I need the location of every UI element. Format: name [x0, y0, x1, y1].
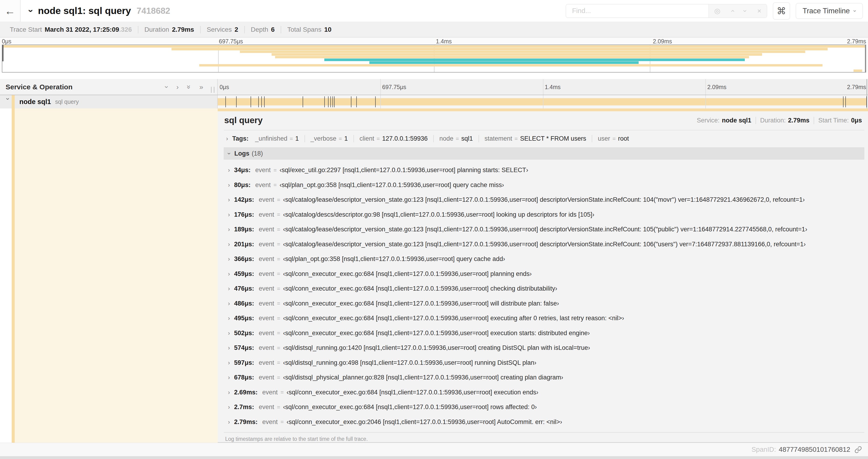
page-bottom-strip — [0, 456, 868, 459]
minimap-span-row — [2, 64, 866, 67]
view-selector-button[interactable]: Trace Timeline › — [796, 3, 863, 19]
summary-label: Total Spans — [287, 26, 321, 33]
tags-label: Tags: — [232, 135, 248, 142]
trace-summary-item: Depth 6 — [244, 26, 281, 33]
log-timestamp: 2.79ms: — [234, 418, 257, 426]
logs-footnote: Log timestamps are relative to the start… — [224, 432, 864, 442]
column-resizer-grip[interactable] — [211, 87, 214, 93]
find-input[interactable] — [566, 4, 708, 18]
span-tag[interactable]: user = root — [592, 135, 634, 142]
trace-id: 7418682 — [136, 6, 170, 16]
span-meta-item: Duration: 2.79ms — [755, 117, 814, 124]
span-name-cell[interactable]: › node sql1 sql query — [0, 95, 218, 108]
clear-search-icon[interactable]: × — [757, 7, 762, 15]
minimap-canvas[interactable] — [2, 44, 866, 72]
locate-icon[interactable]: ◎ — [714, 7, 720, 15]
expand-level-icon[interactable]: › — [177, 83, 179, 91]
tag-value: sql1 — [461, 135, 473, 142]
summary-label: Duration — [145, 26, 169, 33]
log-field-key: event — [259, 270, 274, 277]
tag-value: root — [618, 135, 629, 142]
span-detail-row: sql query Service: node sql1 Duration: 2… — [0, 108, 868, 443]
log-field-key: event — [259, 255, 274, 263]
chevron-right-icon: › — [228, 330, 230, 336]
summary-label: Depth — [251, 26, 268, 33]
minimap-span-row — [2, 59, 866, 61]
log-entry[interactable]: › 2.69ms: event = ‹sql/conn_executor_exe… — [224, 385, 864, 400]
log-tick-mark — [375, 96, 376, 107]
header-toolbar: ◎ › › × ⌘ Trace Timeline › — [566, 2, 863, 20]
chevron-down-icon[interactable]: › — [26, 9, 36, 12]
logs-accordion-header[interactable]: › Logs (18) — [224, 147, 864, 160]
log-field-key: event — [259, 374, 274, 381]
summary-label: Services — [207, 26, 232, 33]
expand-all-icon[interactable]: » — [199, 83, 203, 91]
timeline-gridline — [705, 79, 706, 95]
log-equals: = — [280, 389, 284, 396]
log-field-key: event — [259, 300, 274, 307]
chevron-down-icon[interactable]: › — [4, 98, 11, 106]
log-entry[interactable]: › 678μs: event = ‹sql/distsql_physical_p… — [224, 370, 864, 385]
log-tick-mark — [258, 96, 259, 107]
minimap-span-row — [2, 56, 866, 59]
collapse-deep-icon[interactable]: » — [185, 85, 193, 89]
span-duration-bar[interactable] — [218, 98, 867, 105]
log-field-value: ‹sql/conn_executor_exec.go:684 [nsql1,cl… — [283, 330, 590, 337]
keyboard-shortcuts-button[interactable]: ⌘ — [773, 2, 790, 20]
log-timestamp: 574μs: — [234, 344, 254, 352]
logs-section: › Logs (18) › 34μs: event = ‹sql/exec_ut… — [224, 147, 864, 442]
span-tag[interactable]: _verbose = 1 — [305, 135, 353, 142]
meta-value: 2.79ms — [788, 117, 809, 124]
timeline-right-divider[interactable] — [867, 79, 867, 95]
log-field-key: event — [259, 241, 274, 248]
log-entry[interactable]: › 142μs: event = ‹sql/catalog/lease/desc… — [224, 192, 864, 207]
log-entry[interactable]: › 502μs: event = ‹sql/conn_executor_exec… — [224, 326, 864, 341]
log-entry[interactable]: › 495μs: event = ‹sql/conn_executor_exec… — [224, 311, 864, 326]
tag-key: statement — [485, 135, 513, 142]
span-tag[interactable]: node = sql1 — [433, 135, 478, 142]
chevron-right-icon: › — [228, 256, 230, 262]
log-entry[interactable]: › 201μs: event = ‹sql/catalog/lease/desc… — [224, 237, 864, 252]
log-timestamp: 495μs: — [234, 315, 254, 322]
log-entry[interactable]: › 574μs: event = ‹sql/distsql_running.go… — [224, 340, 864, 355]
minimap-span-bar — [275, 56, 749, 59]
span-tag[interactable]: client = 127.0.0.1:59936 — [353, 135, 433, 142]
span-tag[interactable]: statement = SELECT * FROM users — [478, 135, 592, 142]
log-entry[interactable]: › 366μs: event = ‹sql/plan_opt.go:358 [n… — [224, 252, 864, 267]
log-entry[interactable]: › 2.79ms: event = ‹sql/conn_executor_exe… — [224, 415, 864, 430]
log-entry[interactable]: › 176μs: event = ‹sql/catalog/descs/desc… — [224, 207, 864, 222]
timeline-tick-label: 1.4ms — [436, 38, 452, 45]
log-equals: = — [274, 182, 277, 188]
log-timestamp: 459μs: — [234, 270, 254, 277]
log-entry[interactable]: › 486μs: event = ‹sql/conn_executor_exec… — [224, 296, 864, 311]
chevron-down-icon: › — [852, 10, 858, 12]
minimap-span-row — [2, 69, 866, 72]
trace-timeline-page: ← › node sql1: sql query 7418682 ◎ › › ×… — [0, 0, 868, 459]
collapse-all-icon[interactable]: › — [163, 86, 171, 88]
chevron-right-icon: › — [228, 196, 230, 203]
minimap-left-scrubber[interactable] — [2, 45, 3, 61]
minimap-span-bar — [240, 51, 805, 53]
log-entry[interactable]: › 476μs: event = ‹sql/conn_executor_exec… — [224, 281, 864, 296]
span-id-value: 4877749850101760812 — [779, 446, 850, 453]
span-tag[interactable]: _unfinished = 1 — [255, 135, 304, 142]
log-entry[interactable]: › 597μs: event = ‹sql/distsql_running.go… — [224, 355, 864, 370]
log-entry[interactable]: › 80μs: event = ‹sql/plan_opt.go:358 [ns… — [224, 178, 864, 193]
back-button[interactable]: ← — [0, 0, 21, 22]
minimap-right-scrubber[interactable] — [865, 45, 866, 72]
log-entry[interactable]: › 34μs: event = ‹sql/exec_util.go:2297 [… — [224, 163, 864, 178]
find-prev-icon[interactable]: › — [728, 10, 736, 12]
tags-accordion[interactable]: › Tags: _unfinished = 1 _verbose = 1 cli… — [224, 130, 864, 147]
log-tick-mark — [356, 96, 357, 107]
span-detail-meta: Service: node sql1 Duration: 2.79ms Star… — [692, 117, 862, 124]
log-field-key: event — [259, 211, 274, 218]
chevron-right-icon: › — [228, 241, 230, 248]
find-next-icon[interactable]: › — [741, 10, 749, 12]
meta-value: node sql1 — [722, 117, 751, 124]
log-entry[interactable]: › 459μs: event = ‹sql/conn_executor_exec… — [224, 267, 864, 282]
link-icon[interactable] — [855, 446, 862, 453]
log-field-key: event — [259, 196, 274, 203]
log-entry[interactable]: › 189μs: event = ‹sql/catalog/lease/desc… — [224, 222, 864, 237]
span-tree-row[interactable]: › node sql1 sql query — [0, 95, 868, 108]
log-entry[interactable]: › 2.7ms: event = ‹sql/conn_executor_exec… — [224, 400, 864, 415]
